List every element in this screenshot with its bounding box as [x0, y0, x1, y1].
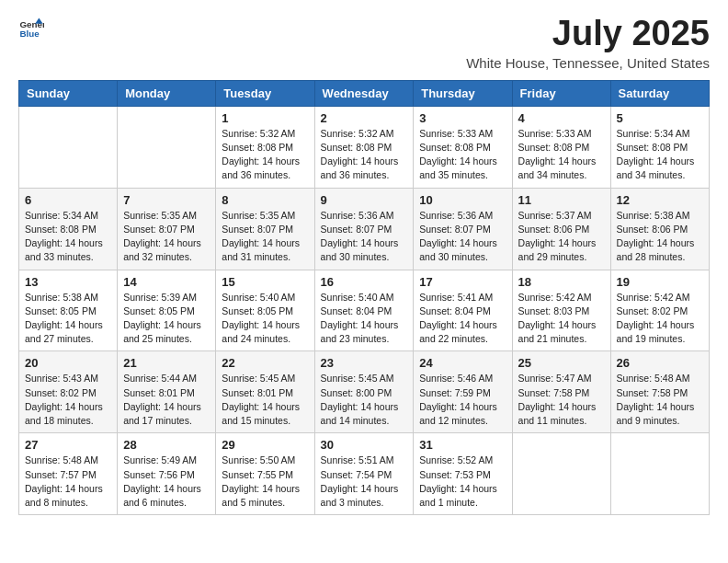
cell-content: Sunrise: 5:37 AM Sunset: 8:06 PM Dayligh…: [518, 209, 605, 265]
cell-content: Sunrise: 5:45 AM Sunset: 8:01 PM Dayligh…: [222, 372, 308, 428]
day-number: 12: [617, 193, 703, 207]
cell-content: Sunrise: 5:33 AM Sunset: 8:08 PM Dayligh…: [419, 127, 506, 183]
day-number: 19: [617, 275, 703, 289]
calendar-cell: [610, 433, 709, 515]
calendar-cell: 2Sunrise: 5:32 AM Sunset: 8:08 PM Daylig…: [314, 106, 414, 188]
weekday-header: Saturday: [610, 80, 709, 106]
calendar-cell: 25Sunrise: 5:47 AM Sunset: 7:58 PM Dayli…: [512, 351, 610, 433]
calendar-cell: 12Sunrise: 5:38 AM Sunset: 8:06 PM Dayli…: [610, 188, 709, 270]
day-number: 17: [419, 275, 506, 289]
calendar-week-row: 20Sunrise: 5:43 AM Sunset: 8:02 PM Dayli…: [19, 351, 710, 433]
calendar-cell: 6Sunrise: 5:34 AM Sunset: 8:08 PM Daylig…: [19, 188, 118, 270]
cell-content: Sunrise: 5:41 AM Sunset: 8:04 PM Dayligh…: [419, 291, 506, 347]
cell-content: Sunrise: 5:48 AM Sunset: 7:58 PM Dayligh…: [617, 372, 703, 428]
cell-content: Sunrise: 5:32 AM Sunset: 8:08 PM Dayligh…: [222, 127, 308, 183]
calendar-cell: 8Sunrise: 5:35 AM Sunset: 8:07 PM Daylig…: [216, 188, 314, 270]
day-number: 25: [518, 356, 605, 370]
cell-content: Sunrise: 5:38 AM Sunset: 8:05 PM Dayligh…: [25, 291, 111, 347]
cell-content: Sunrise: 5:35 AM Sunset: 8:07 PM Dayligh…: [123, 209, 210, 265]
calendar-cell: 11Sunrise: 5:37 AM Sunset: 8:06 PM Dayli…: [512, 188, 610, 270]
calendar-cell: 20Sunrise: 5:43 AM Sunset: 8:02 PM Dayli…: [19, 351, 118, 433]
day-number: 24: [419, 356, 506, 370]
calendar-cell: 14Sunrise: 5:39 AM Sunset: 8:05 PM Dayli…: [118, 270, 216, 351]
calendar-cell: 23Sunrise: 5:45 AM Sunset: 8:00 PM Dayli…: [314, 351, 414, 433]
calendar-cell: 24Sunrise: 5:46 AM Sunset: 7:59 PM Dayli…: [414, 351, 512, 433]
weekday-header-row: SundayMondayTuesdayWednesdayThursdayFrid…: [19, 80, 710, 106]
calendar-week-row: 1Sunrise: 5:32 AM Sunset: 8:08 PM Daylig…: [19, 106, 710, 188]
calendar-cell: 26Sunrise: 5:48 AM Sunset: 7:58 PM Dayli…: [610, 351, 709, 433]
cell-content: Sunrise: 5:39 AM Sunset: 8:05 PM Dayligh…: [123, 291, 210, 347]
calendar-cell: [118, 106, 216, 188]
day-number: 18: [518, 275, 605, 289]
calendar-cell: 4Sunrise: 5:33 AM Sunset: 8:08 PM Daylig…: [512, 106, 610, 188]
day-number: 27: [25, 438, 111, 452]
day-number: 15: [222, 275, 308, 289]
cell-content: Sunrise: 5:40 AM Sunset: 8:05 PM Dayligh…: [222, 291, 308, 347]
calendar-cell: 10Sunrise: 5:36 AM Sunset: 8:07 PM Dayli…: [414, 188, 512, 270]
cell-content: Sunrise: 5:36 AM Sunset: 8:07 PM Dayligh…: [419, 209, 506, 265]
day-number: 31: [419, 438, 506, 452]
day-number: 16: [321, 275, 408, 289]
day-number: 5: [617, 111, 703, 125]
calendar-cell: 15Sunrise: 5:40 AM Sunset: 8:05 PM Dayli…: [216, 270, 314, 351]
cell-content: Sunrise: 5:44 AM Sunset: 8:01 PM Dayligh…: [123, 372, 210, 428]
calendar-cell: 16Sunrise: 5:40 AM Sunset: 8:04 PM Dayli…: [314, 270, 414, 351]
month-title: July 2025: [466, 15, 710, 53]
calendar-cell: 27Sunrise: 5:48 AM Sunset: 7:57 PM Dayli…: [19, 433, 118, 515]
day-number: 8: [222, 193, 308, 207]
calendar-cell: [19, 106, 118, 188]
calendar-cell: 13Sunrise: 5:38 AM Sunset: 8:05 PM Dayli…: [19, 270, 118, 351]
cell-content: Sunrise: 5:49 AM Sunset: 7:56 PM Dayligh…: [123, 454, 210, 510]
logo: General Blue: [18, 15, 44, 40]
day-number: 26: [617, 356, 703, 370]
svg-text:Blue: Blue: [19, 29, 40, 39]
page-header: General Blue July 2025 White House, Tenn…: [18, 15, 710, 71]
day-number: 6: [25, 193, 111, 207]
calendar-cell: 7Sunrise: 5:35 AM Sunset: 8:07 PM Daylig…: [118, 188, 216, 270]
calendar-week-row: 27Sunrise: 5:48 AM Sunset: 7:57 PM Dayli…: [19, 433, 710, 515]
calendar-cell: 22Sunrise: 5:45 AM Sunset: 8:01 PM Dayli…: [216, 351, 314, 433]
cell-content: Sunrise: 5:51 AM Sunset: 7:54 PM Dayligh…: [321, 454, 408, 510]
day-number: 23: [321, 356, 408, 370]
weekday-header: Thursday: [414, 80, 512, 106]
cell-content: Sunrise: 5:36 AM Sunset: 8:07 PM Dayligh…: [321, 209, 408, 265]
day-number: 9: [321, 193, 408, 207]
day-number: 3: [419, 111, 506, 125]
cell-content: Sunrise: 5:34 AM Sunset: 8:08 PM Dayligh…: [25, 209, 111, 265]
weekday-header: Monday: [118, 80, 216, 106]
cell-content: Sunrise: 5:52 AM Sunset: 7:53 PM Dayligh…: [419, 454, 506, 510]
logo-icon: General Blue: [18, 15, 44, 40]
cell-content: Sunrise: 5:34 AM Sunset: 8:08 PM Dayligh…: [617, 127, 703, 183]
cell-content: Sunrise: 5:38 AM Sunset: 8:06 PM Dayligh…: [617, 209, 703, 265]
cell-content: Sunrise: 5:32 AM Sunset: 8:08 PM Dayligh…: [321, 127, 408, 183]
calendar-cell: 19Sunrise: 5:42 AM Sunset: 8:02 PM Dayli…: [610, 270, 709, 351]
day-number: 29: [222, 438, 308, 452]
cell-content: Sunrise: 5:42 AM Sunset: 8:02 PM Dayligh…: [617, 291, 703, 347]
cell-content: Sunrise: 5:40 AM Sunset: 8:04 PM Dayligh…: [321, 291, 408, 347]
cell-content: Sunrise: 5:46 AM Sunset: 7:59 PM Dayligh…: [419, 372, 506, 428]
day-number: 13: [25, 275, 111, 289]
calendar-table: SundayMondayTuesdayWednesdayThursdayFrid…: [18, 80, 710, 515]
cell-content: Sunrise: 5:45 AM Sunset: 8:00 PM Dayligh…: [321, 372, 408, 428]
calendar-cell: 31Sunrise: 5:52 AM Sunset: 7:53 PM Dayli…: [414, 433, 512, 515]
cell-content: Sunrise: 5:47 AM Sunset: 7:58 PM Dayligh…: [518, 372, 605, 428]
location: White House, Tennessee, United States: [466, 55, 710, 71]
day-number: 7: [123, 193, 210, 207]
weekday-header: Sunday: [19, 80, 118, 106]
calendar-cell: 30Sunrise: 5:51 AM Sunset: 7:54 PM Dayli…: [314, 433, 414, 515]
cell-content: Sunrise: 5:50 AM Sunset: 7:55 PM Dayligh…: [222, 454, 308, 510]
calendar-cell: 3Sunrise: 5:33 AM Sunset: 8:08 PM Daylig…: [414, 106, 512, 188]
calendar-week-row: 13Sunrise: 5:38 AM Sunset: 8:05 PM Dayli…: [19, 270, 710, 351]
cell-content: Sunrise: 5:35 AM Sunset: 8:07 PM Dayligh…: [222, 209, 308, 265]
day-number: 2: [321, 111, 408, 125]
cell-content: Sunrise: 5:48 AM Sunset: 7:57 PM Dayligh…: [25, 454, 111, 510]
cell-content: Sunrise: 5:33 AM Sunset: 8:08 PM Dayligh…: [518, 127, 605, 183]
calendar-cell: 28Sunrise: 5:49 AM Sunset: 7:56 PM Dayli…: [118, 433, 216, 515]
title-area: July 2025 White House, Tennessee, United…: [466, 15, 710, 71]
calendar-cell: 1Sunrise: 5:32 AM Sunset: 8:08 PM Daylig…: [216, 106, 314, 188]
day-number: 22: [222, 356, 308, 370]
day-number: 21: [123, 356, 210, 370]
cell-content: Sunrise: 5:43 AM Sunset: 8:02 PM Dayligh…: [25, 372, 111, 428]
calendar-week-row: 6Sunrise: 5:34 AM Sunset: 8:08 PM Daylig…: [19, 188, 710, 270]
calendar-cell: 29Sunrise: 5:50 AM Sunset: 7:55 PM Dayli…: [216, 433, 314, 515]
